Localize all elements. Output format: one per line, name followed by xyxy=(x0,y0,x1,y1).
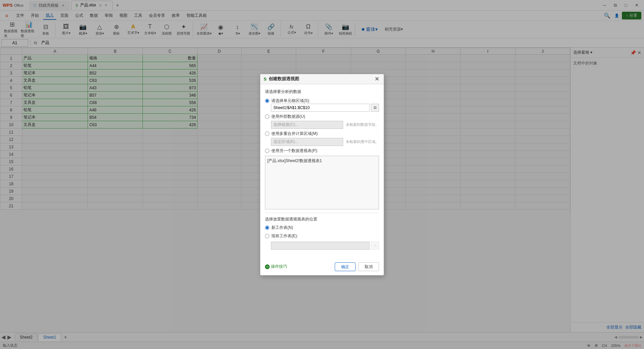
radio-new-sheet-input[interactable] xyxy=(265,226,269,230)
tips-link[interactable]: ⊙ 操作技巧 xyxy=(265,264,287,269)
radio-existing-sheet-label: 现有工作表(E): xyxy=(271,233,298,239)
dialog-title: 创建数据透视图 xyxy=(269,76,299,82)
radio-cell-range[interactable] xyxy=(265,99,269,103)
confirm-button[interactable]: 确定 xyxy=(335,262,356,271)
external-hint: 未检索到数据字段。 xyxy=(346,122,379,127)
cell-range-input[interactable] xyxy=(271,104,370,112)
range-input-row-1: ⊡ xyxy=(271,104,379,112)
section1-title: 请选择要分析的数据 xyxy=(265,89,379,95)
section2-title: 选择放置数据透视视表的位置 xyxy=(265,216,379,222)
radio-other-pivot-label: 使用另一个数据透视表(P): xyxy=(271,148,318,154)
radio-row-2: 使用外部数据源(U) xyxy=(265,114,379,119)
cancel-button[interactable]: 取消 xyxy=(358,262,379,271)
dialog-content: 请选择要分析的数据 请选择单元格区域(S): ⊡ 使用外部数据源(U) 未检索到… xyxy=(260,84,384,260)
external-source-input xyxy=(271,121,343,129)
radio-other-pivot[interactable] xyxy=(265,149,269,153)
radio-external[interactable] xyxy=(265,114,269,119)
radio-row-4: 使用另一个数据透视表(P): xyxy=(265,148,379,154)
existing-sheet-range-row: ⊡ xyxy=(271,242,379,250)
modal-divider xyxy=(265,213,379,213)
radio-external-label: 使用外部数据源(U) xyxy=(271,114,305,119)
modal-overlay: S 创建数据透视图 ✕ 请选择要分析的数据 请选择单元格区域(S): ⊡ 使用外… xyxy=(0,0,644,349)
dialog-close-button[interactable]: ✕ xyxy=(373,75,380,83)
dialog-icon: S xyxy=(264,77,267,82)
existing-sheet-select-button: ⊡ xyxy=(371,242,379,250)
tips-icon: ⊙ xyxy=(265,264,270,269)
radio-row-3: 使用多重合并计算区域(M) xyxy=(265,131,379,137)
pivot-source-box: [产品.xlsx]Sheet2!数据透视表1 xyxy=(265,156,379,209)
pivot-source-value: [产品.xlsx]Sheet2!数据透视表1 xyxy=(267,158,377,164)
radio-existing-sheet: 现有工作表(E): xyxy=(265,233,379,239)
cell-range-select-button[interactable]: ⊡ xyxy=(371,104,379,112)
multi-range-hint: 未检索到透中区域。 xyxy=(346,139,379,144)
tips-label: 操作技巧 xyxy=(271,264,287,269)
range-input-row-3: 未检索到透中区域。 xyxy=(271,138,379,146)
radio-multi-range-label: 使用多重合并计算区域(M) xyxy=(271,131,318,137)
create-pivot-dialog: S 创建数据透视图 ✕ 请选择要分析的数据 请选择单元格区域(S): ⊡ 使用外… xyxy=(260,74,384,276)
radio-existing-sheet-input[interactable] xyxy=(265,234,269,238)
radio-row-1: 请选择单元格区域(S): xyxy=(265,98,379,104)
placement-radio-group: 新工作表(N) 现有工作表(E): ⊡ xyxy=(265,225,379,252)
range-input-row-2: 未检索到数据字段。 xyxy=(271,121,379,129)
radio-new-sheet: 新工作表(N) xyxy=(265,225,379,231)
radio-multi-range[interactable] xyxy=(265,132,269,136)
existing-sheet-input xyxy=(271,242,370,250)
dialog-footer: ⊙ 操作技巧 确定 取消 xyxy=(260,260,384,275)
multi-range-input xyxy=(271,138,343,146)
dialog-titlebar: S 创建数据透视图 ✕ xyxy=(260,74,384,84)
radio-cell-range-label: 请选择单元格区域(S): xyxy=(271,98,310,104)
radio-new-sheet-label: 新工作表(N) xyxy=(271,225,293,231)
